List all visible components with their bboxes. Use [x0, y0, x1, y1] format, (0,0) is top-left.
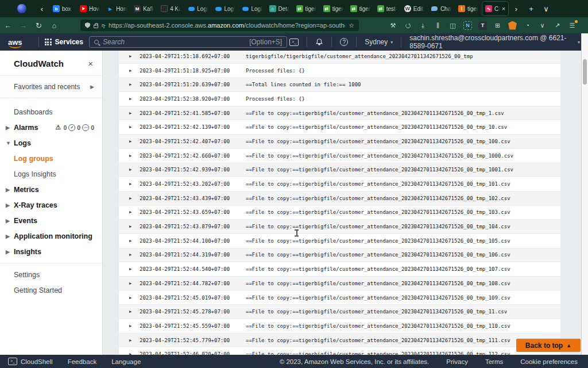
reload-button[interactable]: ↻: [31, 21, 47, 30]
url-text[interactable]: https://ap-southeast-2.console.aws.amazo…: [109, 22, 345, 29]
sidebar-icon[interactable]: ◫: [448, 21, 457, 30]
tracking-shield-icon[interactable]: [85, 22, 90, 28]
expand-row-icon[interactable]: ▶: [119, 196, 140, 201]
expand-row-icon[interactable]: ▶: [119, 97, 140, 101]
browser-tab-clo[interactable]: ∿Clo×: [482, 2, 508, 16]
browser-tab-tigerm[interactable]: ⌇tigerM: [455, 2, 481, 16]
footer-language-link[interactable]: Language: [111, 358, 141, 365]
close-sidebar-icon[interactable]: ×: [88, 59, 93, 68]
list-tabs-icon[interactable]: ∨: [539, 5, 554, 13]
browser-tab-how-i-i[interactable]: How I I: [77, 2, 103, 16]
log-event-row[interactable]: ▶2023-04-29T21:52:42.660+07:00==File to …: [119, 149, 560, 163]
log-event-row[interactable]: ▶2023-04-29T21:52:43.439+07:00==File to …: [119, 191, 560, 206]
chevron-right-icon[interactable]: ▶: [6, 249, 10, 255]
browser-tab-chatb[interactable]: Chatb: [428, 2, 454, 16]
log-event-row[interactable]: ▶2023-04-29T21:52:41.585+07:00==File to …: [119, 106, 560, 121]
chevron-down-icon[interactable]: ▼: [6, 140, 11, 146]
permissions-icon[interactable]: ŋ-: [102, 22, 105, 28]
expand-row-icon[interactable]: ▶: [119, 252, 140, 257]
sidebar-item-dashboards[interactable]: Dashboards: [0, 104, 102, 120]
sidebar-item-application-monitoring[interactable]: ▶Application monitoring: [0, 228, 102, 244]
aws-logo[interactable]: aws: [8, 38, 22, 47]
lock-icon[interactable]: [94, 25, 98, 28]
close-tab-icon[interactable]: ×: [502, 5, 505, 12]
expand-row-icon[interactable]: ▶: [119, 154, 140, 158]
gauge-icon[interactable]: ◔: [523, 21, 532, 30]
log-event-row[interactable]: ▶2023-04-29T21:51:18.692+07:00tigerbigfi…: [119, 51, 560, 64]
notion-icon[interactable]: N: [463, 21, 472, 30]
sidebar-item-settings[interactable]: Settings: [0, 267, 102, 282]
browser-tab-test-la[interactable]: ⇄test-la: [374, 2, 400, 16]
expand-row-icon[interactable]: ▶: [119, 68, 140, 73]
share-icon[interactable]: ↗: [553, 21, 562, 30]
log-event-row[interactable]: ▶2023-04-29T21:52:45.019+07:00==File to …: [119, 291, 560, 305]
log-event-row[interactable]: ▶2023-04-29T21:52:43.202+07:00==File to …: [119, 177, 560, 191]
log-event-row[interactable]: ▶2023-04-29T21:52:38.920+07:00Processed …: [119, 92, 560, 106]
browser-tab-tigera[interactable]: ⇄tigera: [293, 2, 319, 16]
sidebar-item-insights[interactable]: ▶Insights: [0, 244, 102, 259]
metamask-icon[interactable]: [508, 21, 517, 30]
browser-tab-kafka[interactable]: MKafka: [131, 2, 157, 16]
page-scrollbar[interactable]: [581, 33, 588, 368]
card-icon[interactable]: ⊞: [493, 21, 502, 30]
footer-feedback-link[interactable]: Feedback: [68, 358, 97, 365]
log-event-row[interactable]: ▶2023-04-29T21:52:45.278+07:00==File to …: [119, 305, 560, 319]
log-event-row[interactable]: ▶2023-04-29T21:52:44.782+07:00==File to …: [119, 277, 560, 291]
forward-button[interactable]: →: [16, 21, 31, 30]
sidebar-item-logs[interactable]: ▼Logs: [0, 135, 102, 151]
log-event-row[interactable]: ▶2023-04-29T21:51:18.925+07:00Processed …: [119, 64, 560, 78]
pocket-icon[interactable]: ⭯: [404, 21, 412, 30]
log-event-row[interactable]: ▶2023-04-29T21:52:43.879+07:00==File to …: [119, 220, 560, 234]
sidebar-item-favorites[interactable]: Favorites and recents ▶: [0, 76, 102, 98]
browser-tab-edit-p[interactable]: WEdit P: [401, 2, 427, 16]
sidebar-item-logs-insights[interactable]: Logs Insights: [0, 166, 102, 182]
search-input[interactable]: Search [Option+S]: [89, 36, 287, 48]
expand-row-icon[interactable]: ▶: [119, 267, 140, 271]
expand-row-icon[interactable]: ▶: [119, 324, 140, 328]
log-event-row[interactable]: ▶2023-04-29T21:52:44.319+07:00==File to …: [119, 248, 560, 263]
browser-tab-login[interactable]: Login: [185, 2, 211, 16]
sidebar-item-events[interactable]: ▶Events: [0, 213, 102, 228]
sidebar-item-x-ray-traces[interactable]: ▶X-Ray traces: [0, 197, 102, 213]
bookmark-star-icon[interactable]: ☆: [349, 22, 354, 29]
browser-tab-login[interactable]: Login: [239, 2, 265, 16]
text-tool-icon[interactable]: T: [478, 21, 487, 30]
browser-tab-box[interactable]: bbox: [50, 2, 76, 16]
expand-row-icon[interactable]: ▶: [119, 296, 140, 300]
chevron-right-icon[interactable]: ▶: [6, 187, 10, 193]
gauge-caret-icon[interactable]: ∨: [538, 21, 547, 30]
browser-tab-login[interactable]: Login: [212, 2, 238, 16]
log-event-row[interactable]: ▶2023-04-29T21:52:45.779+07:00==File to …: [119, 334, 560, 348]
log-event-row[interactable]: ▶2023-04-29T21:52:42.139+07:00==File to …: [119, 120, 560, 135]
log-event-row[interactable]: ▶2023-04-29T21:52:43.659+07:00==File to …: [119, 206, 560, 220]
log-event-row[interactable]: ▶2023-04-29T21:52:45.559+07:00==File to …: [119, 319, 560, 334]
footer-terms-link[interactable]: Terms: [485, 358, 503, 365]
download-icon[interactable]: ⤓: [419, 21, 427, 30]
chevron-right-icon[interactable]: ▶: [6, 218, 10, 224]
expand-row-icon[interactable]: ▶: [119, 239, 140, 243]
services-menu[interactable]: Services: [45, 38, 83, 46]
sidebar-item-log-groups[interactable]: Log groups: [0, 151, 102, 166]
log-event-row[interactable]: ▶2023-04-29T21:52:42.939+07:00==File to …: [119, 163, 560, 178]
log-event-row[interactable]: ▶2023-04-29T21:52:46.020+07:00==File to …: [119, 347, 560, 355]
footer-cloudshell-button[interactable]: >_ CloudShell: [8, 358, 53, 365]
chevron-right-icon[interactable]: ▶: [6, 233, 10, 239]
expand-row-icon[interactable]: ▶: [119, 82, 140, 87]
back-to-top-button[interactable]: Back to top ▲: [516, 339, 581, 352]
chevron-right-icon[interactable]: ▶: [6, 202, 10, 208]
expand-row-icon[interactable]: ▶: [119, 167, 140, 172]
sidebar-item-metrics[interactable]: ▶Metrics: [0, 182, 102, 197]
back-button[interactable]: ←: [0, 21, 16, 30]
expand-row-icon[interactable]: ▶: [119, 224, 140, 229]
log-event-row[interactable]: ▶2023-04-29T21:52:44.540+07:00==File to …: [119, 262, 560, 277]
expand-row-icon[interactable]: ▶: [119, 210, 140, 214]
browser-tab-tigerb[interactable]: ⇄tigerb: [347, 2, 373, 16]
cloudshell-button[interactable]: >_: [287, 39, 301, 46]
expand-row-icon[interactable]: ▶: [119, 139, 140, 144]
expand-row-icon[interactable]: ▶: [119, 309, 140, 314]
browser-tab-4-kafk[interactable]: 4 Kafk: [158, 2, 184, 16]
browser-tab-detail[interactable]: ⌂Detail: [266, 2, 292, 16]
new-tab-button[interactable]: +: [524, 5, 539, 13]
help-button[interactable]: ?: [338, 38, 350, 46]
expand-row-icon[interactable]: ▶: [119, 281, 140, 286]
